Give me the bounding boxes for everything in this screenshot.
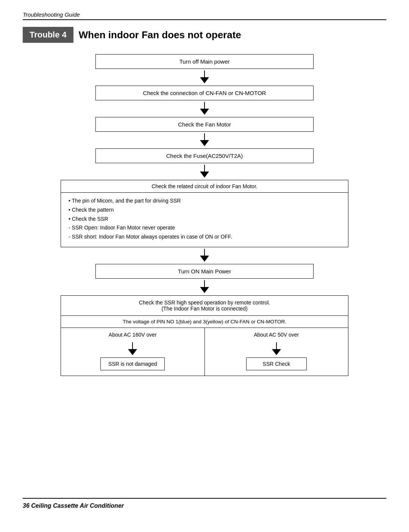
bottom-left-col: About AC 160V over SSR is not damaged bbox=[61, 328, 205, 376]
step5-line4: - SSR Open: Indoor Fan Motor never opera… bbox=[69, 223, 340, 232]
bottom-columns: About AC 160V over SSR is not damaged Ab… bbox=[61, 328, 348, 376]
step3-box: Check the Fan Motor bbox=[95, 117, 314, 132]
right-result-box: SSR Check bbox=[246, 357, 307, 370]
svg-marker-15 bbox=[272, 349, 281, 355]
svg-marker-9 bbox=[200, 256, 209, 262]
step5-body: • The pin of Micom, and the part for dri… bbox=[61, 193, 348, 247]
bottom-top-text: Check the SSR high speed operation by re… bbox=[61, 296, 348, 316]
step6-box: Turn ON Main Power bbox=[95, 264, 314, 279]
svg-marker-11 bbox=[200, 287, 209, 293]
right-voltage-label: About AC 50V over bbox=[254, 332, 299, 338]
step2-box: Check the connection of CN-FAN or CN-MOT… bbox=[95, 86, 314, 100]
svg-marker-1 bbox=[200, 77, 209, 83]
step5-line3: • Check the SSR bbox=[69, 215, 340, 224]
svg-marker-5 bbox=[200, 140, 209, 146]
step5-line5: - SSR short: Indoor Fan Motor always ope… bbox=[69, 232, 340, 242]
left-voltage-label: About AC 160V over bbox=[109, 332, 157, 338]
header-label: Troubleshooting Guide bbox=[23, 11, 386, 18]
arrow2 bbox=[197, 102, 212, 115]
svg-marker-3 bbox=[200, 109, 209, 115]
step5-header: Check the related circuit of indoor Fan … bbox=[61, 180, 348, 193]
trouble-badge: Trouble 4 bbox=[23, 27, 73, 43]
arrow-left bbox=[125, 342, 140, 356]
footer-divider bbox=[23, 498, 386, 499]
flowchart: Turn off Main power Check the connection… bbox=[23, 54, 386, 376]
svg-marker-13 bbox=[128, 349, 137, 355]
step5-line1: • The pin of Micom, and the part for dri… bbox=[69, 197, 340, 206]
arrow1 bbox=[197, 70, 212, 84]
svg-marker-7 bbox=[200, 172, 209, 178]
bottom-top-line1: Check the SSR high speed operation by re… bbox=[69, 300, 340, 312]
step5-line2: • Check the pattern bbox=[69, 206, 340, 215]
bottom-voltage-text: The voltage of PIN NO 1(blue) and 3(yell… bbox=[61, 316, 348, 328]
left-result-box: SSR is not damaged bbox=[100, 357, 165, 370]
arrow5 bbox=[197, 249, 212, 262]
arrow6 bbox=[197, 280, 212, 294]
footer-label: 36 Ceiling Cassette Air Conditioner bbox=[23, 502, 386, 509]
page-title: When indoor Fan does not operate bbox=[79, 29, 241, 41]
header-divider bbox=[23, 19, 386, 20]
arrow-right bbox=[269, 342, 284, 356]
arrow4 bbox=[197, 165, 212, 178]
step5-box: Check the related circuit of indoor Fan … bbox=[61, 180, 348, 247]
arrow3 bbox=[197, 133, 212, 147]
step1-box: Turn off Main power bbox=[95, 54, 314, 69]
bottom-right-col: About AC 50V over SSR Check bbox=[205, 328, 348, 376]
bottom-section: Check the SSR high speed operation by re… bbox=[61, 295, 348, 376]
step4-box: Check the Fuse(AC250V/T2A) bbox=[95, 148, 314, 163]
